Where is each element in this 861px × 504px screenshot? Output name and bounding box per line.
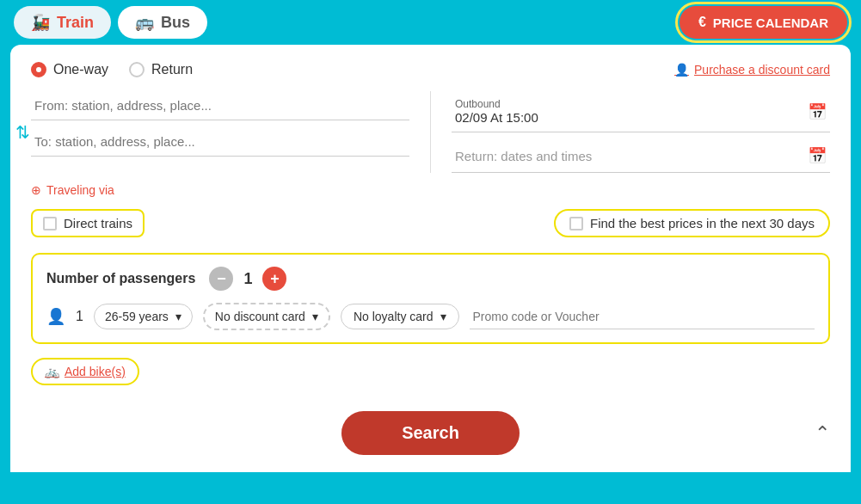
collapse-button[interactable]: ⌃ bbox=[815, 422, 830, 445]
chevron-up-icon: ⌃ bbox=[815, 422, 830, 444]
price-calendar-button[interactable]: € PRICE CALENDAR bbox=[680, 6, 847, 39]
best-prices-option[interactable]: Find the best prices in the next 30 days bbox=[569, 216, 815, 230]
right-column: Outbound 02/09 At 15:00 📅 Return: dates … bbox=[452, 91, 830, 173]
age-range-value: 26-59 years bbox=[105, 310, 169, 323]
return-placeholder: Return: dates and times bbox=[455, 149, 592, 163]
increment-button[interactable]: + bbox=[262, 267, 286, 291]
counter-controls: − 1 + bbox=[209, 267, 286, 291]
return-calendar-icon: 📅 bbox=[808, 146, 827, 165]
trip-type-row: One-way Return 👤 Purchase a discount car… bbox=[31, 62, 830, 77]
plus-icon: + bbox=[270, 270, 280, 288]
passenger-row: 👤 1 26-59 years ▾ No discount card ▾ No … bbox=[46, 303, 815, 330]
direct-trains-checkbox[interactable] bbox=[43, 217, 57, 230]
age-range-dropdown[interactable]: 26-59 years ▾ bbox=[94, 304, 193, 329]
best-prices-checkbox[interactable] bbox=[569, 217, 583, 230]
loyalty-card-value: No loyalty card bbox=[354, 310, 434, 323]
purchase-discount-label: Purchase a discount card bbox=[694, 63, 830, 77]
one-way-option[interactable]: One-way bbox=[31, 62, 108, 77]
return-date-field[interactable]: Return: dates and times 📅 bbox=[452, 139, 830, 173]
outbound-date-field[interactable]: Outbound 02/09 At 15:00 📅 bbox=[452, 91, 830, 132]
return-option[interactable]: Return bbox=[129, 62, 193, 77]
direct-trains-label: Direct trains bbox=[64, 216, 132, 230]
best-prices-wrapper: Find the best prices in the next 30 days bbox=[554, 209, 830, 237]
passengers-section: Number of passengers − 1 + 👤 1 26-59 yea… bbox=[31, 253, 830, 344]
location-icon: ⊕ bbox=[31, 183, 41, 197]
price-calendar-label: PRICE CALENDAR bbox=[713, 15, 828, 30]
return-label: Return bbox=[151, 62, 193, 77]
bus-tab-label: Bus bbox=[161, 14, 190, 32]
one-way-radio[interactable] bbox=[31, 62, 46, 77]
discount-card-value: No discount card bbox=[215, 310, 305, 323]
from-input[interactable] bbox=[31, 91, 409, 120]
promo-input[interactable] bbox=[470, 304, 815, 329]
bus-tab[interactable]: 🚌 Bus bbox=[118, 6, 207, 39]
bike-icon: 🚲 bbox=[45, 365, 59, 378]
top-navigation: 🚂 Train 🚌 Bus € PRICE CALENDAR bbox=[0, 0, 861, 45]
left-column: ⇅ bbox=[31, 91, 409, 173]
to-input[interactable] bbox=[31, 127, 409, 157]
main-card: One-way Return 👤 Purchase a discount car… bbox=[10, 45, 851, 472]
search-button[interactable]: Search bbox=[341, 411, 520, 455]
minus-icon: − bbox=[217, 270, 226, 288]
age-chevron-icon: ▾ bbox=[175, 310, 181, 323]
bus-icon: 🚌 bbox=[135, 13, 154, 32]
train-tab[interactable]: 🚂 Train bbox=[14, 6, 111, 39]
options-row: Direct trains Find the best prices in th… bbox=[31, 209, 830, 237]
return-radio[interactable] bbox=[129, 62, 145, 77]
outbound-label: Outbound bbox=[455, 98, 538, 110]
add-bike-container: 🚲 Add bike(s) bbox=[31, 358, 830, 399]
trip-type-radio-group: One-way Return bbox=[31, 62, 193, 77]
vertical-divider bbox=[430, 91, 431, 173]
loyalty-chevron-icon: ▾ bbox=[440, 310, 446, 323]
decrement-button[interactable]: − bbox=[209, 267, 233, 291]
add-bike-link[interactable]: 🚲 Add bike(s) bbox=[31, 358, 139, 385]
euro-icon: € bbox=[698, 15, 706, 30]
train-icon: 🚂 bbox=[31, 13, 50, 32]
direct-trains-option[interactable]: Direct trains bbox=[43, 216, 132, 230]
calendar-icon: 📅 bbox=[808, 102, 827, 121]
nav-tabs: 🚂 Train 🚌 Bus bbox=[14, 6, 207, 39]
train-tab-label: Train bbox=[57, 14, 94, 32]
direct-trains-wrapper: Direct trains bbox=[31, 209, 145, 237]
passengers-header: Number of passengers − 1 + bbox=[46, 267, 815, 291]
person-card-icon: 👤 bbox=[674, 63, 689, 77]
discount-chevron-icon: ▾ bbox=[312, 310, 318, 323]
best-prices-label: Find the best prices in the next 30 days bbox=[590, 216, 815, 230]
passenger-number: 1 bbox=[76, 309, 83, 324]
outbound-value: 02/09 At 15:00 bbox=[455, 110, 538, 125]
form-grid: ⇅ Outbound 02/09 At 15:00 📅 Return: date… bbox=[31, 91, 830, 173]
passenger-count: 1 bbox=[243, 270, 252, 288]
search-container: Search ⌃ bbox=[31, 399, 830, 455]
one-way-label: One-way bbox=[53, 62, 108, 77]
outbound-date-info: Outbound 02/09 At 15:00 bbox=[455, 98, 538, 125]
discount-card-dropdown[interactable]: No discount card ▾ bbox=[203, 303, 330, 330]
person-icon: 👤 bbox=[46, 307, 65, 326]
traveling-via[interactable]: ⊕ Traveling via bbox=[31, 183, 830, 197]
swap-button[interactable]: ⇅ bbox=[15, 122, 30, 143]
add-bike-label: Add bike(s) bbox=[65, 365, 126, 378]
traveling-via-label: Traveling via bbox=[46, 183, 114, 197]
search-label: Search bbox=[402, 423, 459, 442]
passengers-title: Number of passengers bbox=[46, 271, 195, 286]
purchase-discount-link[interactable]: 👤 Purchase a discount card bbox=[674, 63, 830, 77]
loyalty-card-dropdown[interactable]: No loyalty card ▾ bbox=[341, 304, 459, 329]
